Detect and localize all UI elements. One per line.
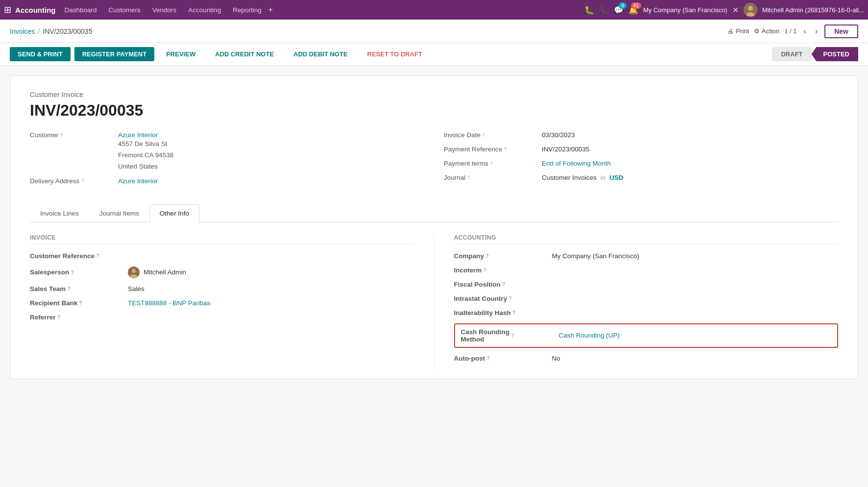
- recipient-bank-help-icon[interactable]: ?: [79, 300, 83, 306]
- nav-vendors[interactable]: Vendors: [147, 6, 182, 14]
- delivery-field-row: Delivery Address ? Azure Interior: [30, 177, 424, 185]
- journal-currency-prefix: in: [601, 174, 605, 181]
- customer-link[interactable]: Azure Interior: [118, 131, 158, 139]
- tab-invoice-lines[interactable]: Invoice Lines: [30, 204, 89, 222]
- incoterm-help-icon[interactable]: ?: [483, 267, 487, 273]
- referrer-help-icon[interactable]: ?: [57, 314, 61, 320]
- auto-post-help-icon[interactable]: ?: [486, 355, 490, 361]
- delivery-help-icon[interactable]: ?: [81, 178, 84, 184]
- salesperson-label: Salesperson ?: [30, 268, 128, 276]
- salesperson-avatar: [128, 267, 140, 278]
- add-credit-note-button[interactable]: ADD CREDIT NOTE: [207, 47, 282, 61]
- incoterm-label: Incoterm ?: [454, 267, 552, 274]
- debug-icon[interactable]: 🐛: [584, 5, 594, 15]
- salesperson-help-icon[interactable]: ?: [71, 269, 74, 275]
- invoice-header: Customer ? Azure Interior 4557 De Silva …: [30, 131, 838, 190]
- inalterability-hash-row: Inalterability Hash ?: [454, 309, 839, 317]
- payment-ref-help-icon[interactable]: ?: [504, 146, 506, 152]
- recipient-bank-link[interactable]: TEST888888 - BNP Paribas: [128, 299, 211, 307]
- avatar[interactable]: [744, 3, 757, 17]
- delivery-link[interactable]: Azure Interior: [118, 177, 158, 185]
- company-label: Company ?: [454, 252, 552, 260]
- prev-page-button[interactable]: ‹: [802, 26, 808, 37]
- journal-currency[interactable]: USD: [609, 174, 624, 181]
- invoice-section: INVOICE Customer Reference ? Salesperson…: [30, 234, 434, 369]
- tab-other-info[interactable]: Other Info: [149, 204, 199, 222]
- salesperson-value: Mitchell Admin: [128, 267, 414, 278]
- sales-team-row: Sales Team ? Sales: [30, 285, 414, 292]
- cash-rounding-link[interactable]: Cash Rounding (UP): [559, 332, 620, 339]
- settings-icon[interactable]: ✕: [732, 5, 739, 15]
- phone-icon[interactable]: 📞: [599, 5, 609, 15]
- tabs-bar: Invoice Lines Journal Items Other Info: [30, 204, 838, 222]
- breadcrumb-separator: /: [38, 27, 40, 35]
- accounting-section: ACCOUNTING Company ? My Company (San Fra…: [454, 234, 839, 369]
- status-draft: DRAFT: [772, 47, 811, 61]
- cash-rounding-field: Cash RoundingMethod ? Cash Rounding (UP): [454, 323, 839, 348]
- invoice-date-row: Invoice Date ? 03/30/2023: [444, 131, 838, 139]
- register-payment-button[interactable]: REGISTER PAYMENT: [74, 47, 154, 61]
- customer-reference-label: Customer Reference ?: [30, 252, 128, 260]
- intrastat-country-help-icon[interactable]: ?: [508, 295, 512, 301]
- nav-customers[interactable]: Customers: [104, 6, 145, 14]
- reset-to-draft-button[interactable]: RESET TO DRAFT: [360, 47, 430, 61]
- new-button[interactable]: New: [824, 24, 858, 38]
- sales-team-help-icon[interactable]: ?: [67, 286, 71, 292]
- invoice-date-help-icon[interactable]: ?: [482, 132, 485, 138]
- cash-rounding-help-icon[interactable]: ?: [511, 333, 514, 339]
- inalterability-hash-label: Inalterability Hash ?: [454, 309, 552, 317]
- intrastat-country-label: Intrastat Country ?: [454, 295, 552, 302]
- company-label[interactable]: My Company (San Francisco): [643, 6, 727, 14]
- fiscal-position-row: Fiscal Position ?: [454, 281, 839, 288]
- action-button[interactable]: ⚙ Action: [754, 27, 779, 35]
- recipient-bank-label: Recipient Bank ?: [30, 299, 128, 307]
- chat-icon[interactable]: 💬 8: [614, 5, 624, 15]
- breadcrumb-bar: Invoices / INV/2023/00035 🖨 Print ⚙ Acti…: [0, 20, 868, 43]
- customer-ref-help-icon[interactable]: ?: [96, 253, 99, 259]
- add-debit-note-button[interactable]: ADD DEBIT NOTE: [286, 47, 356, 61]
- add-menu-button[interactable]: +: [268, 5, 273, 14]
- next-page-button[interactable]: ›: [813, 26, 820, 37]
- inalterability-hash-help-icon[interactable]: ?: [512, 310, 516, 316]
- bell-icon[interactable]: 🔔 41: [628, 5, 638, 15]
- payment-ref-value: INV/2023/00035: [542, 146, 590, 153]
- breadcrumb-parent[interactable]: Invoices: [10, 27, 35, 35]
- nav-accounting[interactable]: Accounting: [183, 6, 226, 14]
- send-print-button[interactable]: SEND & PRINT: [10, 47, 71, 61]
- app-grid-icon[interactable]: ⊞: [4, 4, 11, 15]
- customer-field-row: Customer ? Azure Interior 4557 De Silva …: [30, 131, 424, 172]
- nav-dashboard[interactable]: Dashboard: [60, 6, 102, 14]
- print-button[interactable]: 🖨 Print: [727, 27, 749, 35]
- sales-team-label: Sales Team ?: [30, 285, 128, 292]
- fiscal-position-help-icon[interactable]: ?: [502, 281, 506, 287]
- status-posted: POSTED: [812, 47, 858, 61]
- company-help-icon[interactable]: ?: [485, 253, 489, 259]
- customer-reference-row: Customer Reference ?: [30, 252, 414, 260]
- breadcrumb-current: INV/2023/00035: [43, 27, 92, 35]
- tab-journal-items[interactable]: Journal Items: [89, 204, 149, 222]
- fiscal-position-label: Fiscal Position ?: [454, 281, 552, 288]
- payment-terms-link[interactable]: End of Following Month: [542, 160, 611, 167]
- auto-post-value: No: [552, 355, 839, 362]
- cash-rounding-value[interactable]: Cash Rounding (UP): [559, 332, 832, 339]
- payment-terms-row: Payment terms ? End of Following Month: [444, 160, 838, 167]
- invoice-card: Customer Invoice INV/2023/00035 Customer…: [10, 75, 858, 379]
- nav-reporting[interactable]: Reporting: [228, 6, 266, 14]
- status-bar: DRAFT POSTED: [772, 47, 858, 61]
- referrer-label: Referrer ?: [30, 314, 128, 321]
- payment-terms-help-icon[interactable]: ?: [490, 161, 493, 167]
- salesperson-row: Salesperson ? Mitchell Admin: [30, 267, 414, 278]
- journal-value: Customer Invoices in USD: [542, 174, 623, 181]
- invoice-right-panel: Invoice Date ? 03/30/2023 Payment Refere…: [444, 131, 838, 190]
- invoice-date-value: 03/30/2023: [542, 131, 575, 139]
- journal-row: Journal ? Customer Invoices in USD: [444, 174, 838, 181]
- delivery-label: Delivery Address ?: [30, 177, 118, 185]
- recipient-bank-value: TEST888888 - BNP Paribas: [128, 299, 414, 307]
- customer-help-icon[interactable]: ?: [60, 132, 63, 138]
- payment-ref-row: Payment Reference ? INV/2023/00035: [444, 146, 838, 153]
- pagination-label: 1 / 1: [784, 27, 796, 35]
- journal-help-icon[interactable]: ?: [467, 175, 470, 181]
- other-info-content: INVOICE Customer Reference ? Salesperson…: [30, 234, 838, 369]
- preview-button[interactable]: PREVIEW: [158, 47, 203, 61]
- intrastat-country-row: Intrastat Country ?: [454, 295, 839, 302]
